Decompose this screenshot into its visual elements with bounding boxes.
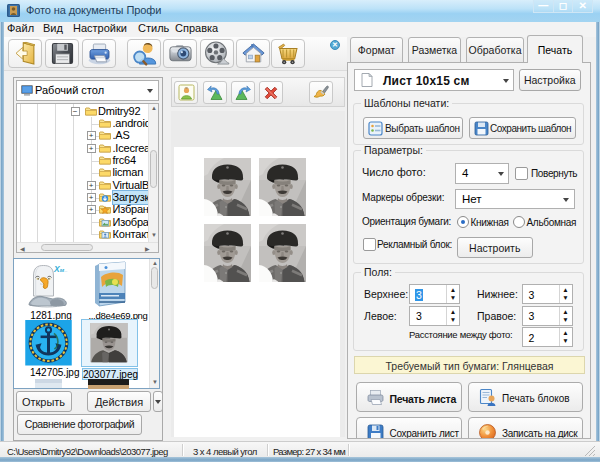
svg-text:Хм...: Хм... <box>53 264 67 274</box>
